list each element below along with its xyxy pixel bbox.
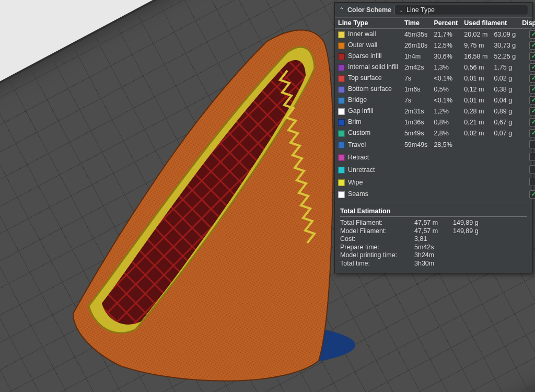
col-percent: Percent bbox=[431, 18, 461, 29]
table-row[interactable]: Brim1m36s0,8%0,21 m0,67 g bbox=[335, 117, 535, 128]
line-type-name: Brim bbox=[348, 118, 362, 125]
display-checkbox[interactable] bbox=[529, 118, 535, 126]
cell-percent: 0,5% bbox=[431, 84, 461, 95]
cell-percent bbox=[431, 189, 461, 200]
table-row[interactable]: Travel59m49s28,5% bbox=[335, 139, 535, 151]
cell-percent: 1,2% bbox=[431, 106, 461, 117]
est-value-1: 3,81 bbox=[414, 235, 446, 243]
est-value-1: 3h24m bbox=[414, 251, 446, 259]
line-type-name: Seams bbox=[348, 190, 368, 198]
est-label: Prepare time: bbox=[340, 244, 407, 251]
color-swatch bbox=[338, 31, 345, 38]
table-row[interactable]: Wipe bbox=[335, 176, 535, 189]
est-value-2: 149,89 g bbox=[453, 219, 479, 226]
color-swatch bbox=[338, 119, 345, 126]
cell-time: 2m42s bbox=[401, 62, 431, 73]
panel-collapse-icon[interactable]: ⌃ bbox=[339, 6, 344, 14]
display-checkbox[interactable] bbox=[529, 140, 535, 148]
color-scheme-value: Line Type bbox=[406, 6, 435, 14]
display-checkbox[interactable] bbox=[529, 190, 535, 199]
cell-used-length: 0,01 m bbox=[461, 73, 491, 84]
color-swatch bbox=[338, 142, 345, 148]
display-checkbox[interactable] bbox=[529, 178, 535, 186]
cell-used-weight bbox=[491, 151, 519, 164]
display-checkbox[interactable] bbox=[529, 96, 535, 105]
table-row[interactable]: Outer wall26m10s12,5%9,75 m30,73 g bbox=[335, 40, 535, 51]
cell-used-length bbox=[461, 151, 491, 164]
cell-percent bbox=[431, 176, 461, 189]
estimation-row: Total Filament:47,57 m149,89 g bbox=[340, 219, 527, 226]
display-checkbox[interactable] bbox=[529, 52, 535, 61]
est-value-1: 5m42s bbox=[414, 244, 446, 251]
cell-used-weight bbox=[491, 139, 519, 151]
cell-percent: 12,5% bbox=[431, 40, 461, 51]
table-row[interactable]: Bottom surface1m6s0,5%0,12 m0,38 g bbox=[335, 84, 535, 95]
cell-used-weight: 0,07 g bbox=[491, 128, 519, 139]
table-row[interactable]: Sparse infill1h4m30,6%16,58 m52,25 g bbox=[335, 51, 535, 62]
col-linetype: Line Type bbox=[335, 18, 401, 29]
line-type-name: Custom bbox=[348, 129, 370, 136]
cell-used-weight: 0,04 g bbox=[491, 95, 519, 106]
est-label: Model Filament: bbox=[340, 227, 407, 235]
line-type-name: Wipe bbox=[348, 179, 363, 186]
total-estimation-block: Total Estimation Total Filament:47,57 m1… bbox=[335, 204, 532, 273]
cell-time: 2m31s bbox=[401, 106, 431, 117]
table-row[interactable]: Retract bbox=[335, 151, 535, 164]
cell-used-weight: 0,89 g bbox=[491, 106, 519, 117]
display-checkbox[interactable] bbox=[529, 30, 535, 39]
cell-used-length: 0,01 m bbox=[461, 95, 491, 106]
cell-percent: 28,5% bbox=[431, 139, 461, 151]
cell-time bbox=[401, 176, 431, 189]
cell-used-length: 0,02 m bbox=[461, 128, 491, 139]
cell-used-length: 9,75 m bbox=[461, 40, 491, 51]
color-swatch bbox=[338, 86, 345, 93]
est-label: Model printing time: bbox=[340, 251, 407, 259]
cell-used-weight: 0,67 g bbox=[491, 117, 519, 128]
cell-time: 1h4m bbox=[401, 51, 431, 62]
cell-percent: 21,7% bbox=[431, 29, 461, 40]
cell-used-length bbox=[461, 164, 491, 176]
est-value-1: 47,57 m bbox=[414, 219, 446, 226]
line-type-name: Gap infill bbox=[348, 107, 374, 114]
line-type-name: Bridge bbox=[348, 96, 367, 103]
display-checkbox[interactable] bbox=[529, 107, 535, 116]
est-value-1: 47,57 m bbox=[414, 227, 446, 235]
color-swatch bbox=[338, 167, 345, 174]
display-checkbox[interactable] bbox=[529, 74, 535, 83]
cell-time bbox=[401, 151, 431, 164]
table-row[interactable]: Unretract bbox=[335, 164, 535, 176]
table-row[interactable]: Custom5m49s2,8%0,02 m0,07 g bbox=[335, 128, 535, 139]
display-checkbox[interactable] bbox=[529, 153, 535, 161]
table-row[interactable]: Inner wall45m35s21,7%20,02 m63,09 g bbox=[335, 29, 535, 40]
table-row[interactable]: Bridge7s<0.1%0,01 m0,04 g bbox=[335, 95, 535, 106]
line-type-name: Top surface bbox=[348, 74, 382, 82]
line-type-name: Internal solid infill bbox=[348, 63, 398, 71]
cell-time: 26m10s bbox=[401, 40, 431, 51]
display-checkbox[interactable] bbox=[529, 41, 535, 50]
estimation-row: Model printing time:3h24m bbox=[340, 251, 527, 259]
display-checkbox[interactable] bbox=[529, 129, 535, 137]
cell-used-weight bbox=[491, 164, 519, 176]
display-checkbox[interactable] bbox=[529, 85, 535, 94]
cell-used-length: 0,28 m bbox=[461, 106, 491, 117]
estimation-row: Cost:3,81 bbox=[340, 235, 527, 243]
color-swatch bbox=[338, 75, 345, 82]
color-swatch bbox=[338, 108, 345, 115]
table-row[interactable]: Seams bbox=[335, 189, 535, 200]
display-checkbox[interactable] bbox=[529, 63, 535, 72]
table-row[interactable]: Internal solid infill2m42s1,3%0,56 m1,75… bbox=[335, 62, 535, 73]
color-scheme-select[interactable]: ⌄ Line Type bbox=[394, 5, 528, 15]
cell-used-weight: 30,73 g bbox=[491, 40, 519, 51]
est-label: Total Filament: bbox=[340, 219, 407, 226]
cell-used-length: 0,21 m bbox=[461, 117, 491, 128]
estimation-row: Model Filament:47,57 m149,89 g bbox=[340, 227, 527, 235]
3d-viewport[interactable]: Bambu Text bbox=[0, 0, 535, 392]
table-row[interactable]: Gap infill2m31s1,2%0,28 m0,89 g bbox=[335, 106, 535, 117]
display-checkbox[interactable] bbox=[529, 165, 535, 174]
table-row[interactable]: Top surface7s<0.1%0,01 m0,02 g bbox=[335, 73, 535, 84]
color-swatch bbox=[338, 97, 345, 104]
col-used: Used filament bbox=[461, 18, 519, 29]
cell-used-length bbox=[461, 189, 491, 200]
color-swatch bbox=[338, 179, 345, 186]
color-swatch bbox=[338, 191, 345, 198]
